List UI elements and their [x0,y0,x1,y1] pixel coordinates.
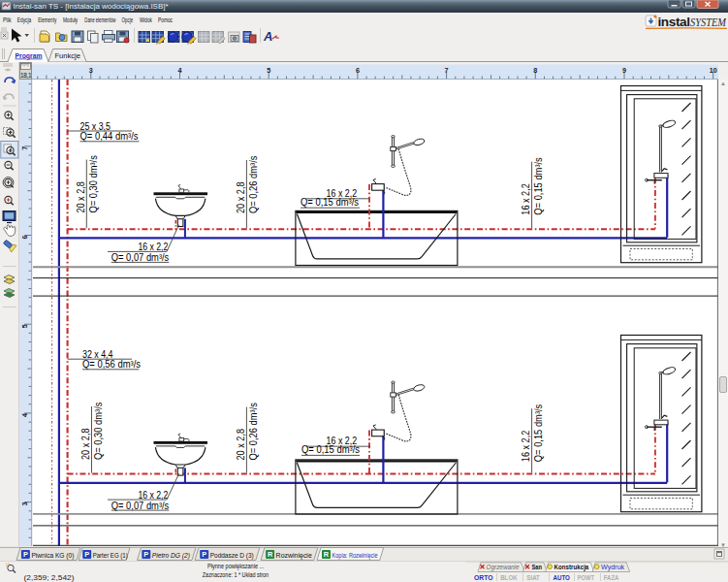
svg-text:Q= 0,30 dm³/s: Q= 0,30 dm³/s [93,403,104,461]
svg-text:Dane elementów: Dane elementów [84,16,115,24]
svg-text:FAZA: FAZA [604,573,619,582]
svg-text:Plik: Plik [3,16,12,24]
svg-text:Q= 0,30 dm³/s: Q= 0,30 dm³/s [88,155,99,213]
svg-text:25 x 3,5: 25 x 3,5 [80,121,111,132]
svg-text:AUTO: AUTO [554,573,570,582]
svg-text:Q= 0,15 dm³/s: Q= 0,15 dm³/s [301,197,359,208]
svg-text:Q= 0,07 dm³/s: Q= 0,07 dm³/s [111,252,170,263]
svg-text:4: 4 [20,413,29,417]
svg-text:Piwnica KG (0): Piwnica KG (0) [31,551,74,560]
svg-text:Wydruk: Wydruk [601,563,624,571]
svg-text:Moduły: Moduły [63,16,78,24]
svg-text:Q= 0,26 dm³/s: Q= 0,26 dm³/s [248,403,259,461]
svg-text:6: 6 [356,66,360,75]
svg-text:P: P [23,550,28,559]
svg-text:POWT: POWT [578,573,595,582]
svg-text:8: 8 [533,66,537,75]
svg-text:32 x 4,4: 32 x 4,4 [82,349,113,360]
svg-text:Q= 0,56 dm³/s: Q= 0,56 dm³/s [82,359,141,370]
svg-text:Zaznaczone: 1 * Układ stron: Zaznaczone: 1 * Układ stron [203,570,269,579]
svg-text:A: A [263,29,272,44]
svg-text:Widok: Widok [140,16,152,24]
svg-text:P: P [143,550,148,559]
svg-text:Ogrzewanie: Ogrzewanie [487,563,520,571]
svg-text:Elementy: Elementy [38,16,56,24]
svg-text:18,1: 18,1 [20,72,31,79]
svg-text:(2,359; 2,542): (2,359; 2,542) [24,573,75,582]
svg-text:Parter EG (1): Parter EG (1) [93,551,128,560]
svg-text:Q= 0,15 dm³/s: Q= 0,15 dm³/s [533,404,544,463]
svg-text:Q= 0,15 dm³/s: Q= 0,15 dm³/s [301,444,360,455]
svg-text:Opcje: Opcje [122,16,134,24]
svg-text:Q= 0,15 dm³/s: Q= 0,15 dm³/s [533,157,544,215]
svg-text:5: 5 [267,66,270,75]
svg-text:10: 10 [710,66,717,75]
svg-text:5: 5 [20,324,29,328]
svg-text:Instal-san TS - [Instalacja wo: Instal-san TS - [Instalacja wodociągowa.… [14,2,169,11]
svg-text:Q= 0,26 dm³/s: Q= 0,26 dm³/s [248,156,259,214]
svg-text:SIAT: SIAT [526,573,540,582]
svg-text:San: San [531,563,542,571]
svg-text:Funkcje: Funkcje [55,51,81,60]
svg-text:Q= 0,44 dm³/s: Q= 0,44 dm³/s [80,131,139,142]
svg-text:Pomoc: Pomoc [158,16,173,24]
svg-text:6: 6 [20,236,29,240]
svg-text:20 x 2,8: 20 x 2,8 [236,429,246,461]
svg-text:Pietro DG (2): Pietro DG (2) [152,551,191,560]
svg-text:16 x 2,2: 16 x 2,2 [138,242,168,252]
svg-text:7: 7 [445,66,449,75]
svg-text:R: R [324,550,330,559]
svg-text:Edycja: Edycja [17,16,32,24]
svg-text:7: 7 [20,146,29,150]
svg-text:Kopia: Rozwinięcie: Kopia: Rozwinięcie [332,551,378,560]
svg-text:Program: Program [16,51,43,60]
svg-text:4: 4 [178,66,182,75]
svg-text:16 x 2,2: 16 x 2,2 [138,490,168,501]
svg-text:Konstrukcja: Konstrukcja [554,563,589,571]
svg-text:ORTO: ORTO [474,573,492,582]
svg-text:P: P [202,550,206,559]
svg-text:20 x 2,8: 20 x 2,8 [236,181,246,213]
svg-text:Rozwinięcie: Rozwinięcie [276,551,312,560]
svg-text:20 x 2,8: 20 x 2,8 [76,181,86,213]
svg-text:Q= 0,07 dm³/s: Q= 0,07 dm³/s [111,501,170,511]
svg-text:20 x 2,8: 20 x 2,8 [80,428,91,460]
svg-text:3: 3 [89,66,93,75]
svg-text:9: 9 [622,66,626,75]
svg-text:3: 3 [20,502,29,506]
svg-text:BLOK: BLOK [500,573,518,582]
svg-text:Poddasze D (3): Poddasze D (3) [210,551,254,560]
svg-text:R: R [268,550,273,559]
svg-text:P: P [84,550,89,559]
svg-text:16 x 2,2: 16 x 2,2 [521,183,531,215]
svg-text:16 x 2,2: 16 x 2,2 [521,430,531,462]
